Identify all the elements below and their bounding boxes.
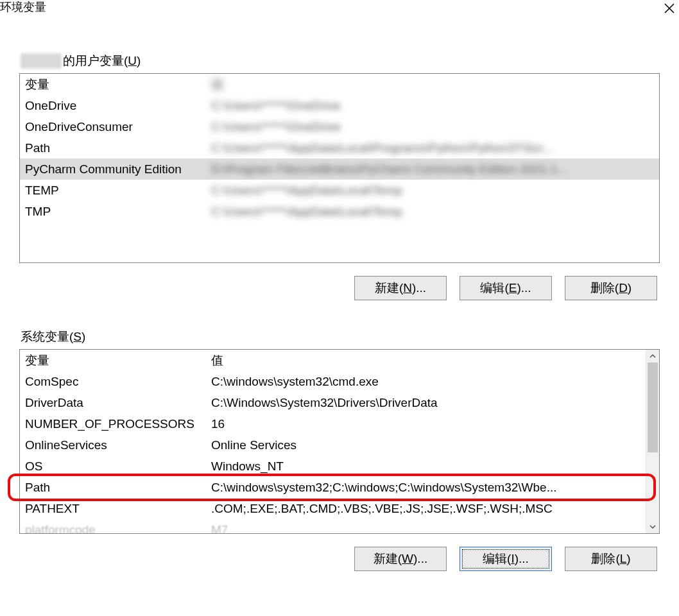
table-row[interactable]: PyCharm Community EditionD:\Program File… [20, 158, 659, 180]
cell-value: C:\windows\system32;C:\windows;C:\window… [211, 481, 654, 495]
col-header-value-blurred: 值 [211, 76, 654, 93]
system-delete-button[interactable]: 删除(L) [565, 547, 657, 571]
table-row[interactable]: OnlineServicesOnline Services [20, 434, 659, 456]
table-row[interactable]: TEMPC:\Users\*****\AppData\Local\Temp [20, 180, 659, 201]
table-row[interactable]: OneDriveConsumerC:\Users\*****\OneDrive [20, 116, 659, 137]
cell-value: Online Services [211, 438, 654, 452]
cell-value: C:\Windows\System32\Drivers\DriverData [211, 396, 654, 410]
cell-variable: TEMP [25, 184, 211, 198]
col-header-value: 值 [211, 352, 654, 369]
cell-variable: ComSpec [25, 375, 211, 389]
username-blurred [21, 53, 62, 69]
user-vars-button-row: 新建(N)... 编辑(E)... 删除(D) [19, 276, 660, 300]
cell-variable: OneDrive [25, 99, 211, 113]
scrollbar-thumb[interactable] [648, 363, 658, 452]
cell-variable: NUMBER_OF_PROCESSORS [25, 417, 211, 431]
user-edit-button[interactable]: 编辑(E)... [460, 276, 552, 300]
system-vars-label: 系统变量(S) [21, 329, 660, 345]
cell-value: C:\Users\*****\OneDrive [211, 99, 654, 113]
scroll-up-icon[interactable] [646, 350, 659, 363]
table-row[interactable]: DriverDataC:\Windows\System32\Drivers\Dr… [20, 392, 659, 413]
cell-value: C:\Users\*****\AppData\Local\Temp [211, 205, 654, 219]
table-row[interactable]: TMPC:\Users\*****\AppData\Local\Temp [20, 201, 659, 222]
cell-value: Windows_NT [211, 459, 654, 474]
table-row[interactable]: OSWindows_NT [20, 456, 659, 477]
table-row[interactable]: PathC:\Users\*****\AppData\Local\Program… [20, 137, 659, 158]
cell-variable: DriverData [25, 396, 211, 410]
col-header-variable: 变量 [25, 76, 211, 93]
system-vars-header: 变量 值 [20, 350, 659, 371]
table-row-partial: platformcodeM7 [20, 519, 659, 534]
cell-variable: OnlineServices [25, 438, 211, 452]
cell-variable: PATHEXT [25, 502, 211, 516]
scrollbar-track[interactable] [646, 363, 659, 520]
cell-variable: OS [25, 459, 211, 474]
table-row[interactable]: PATHEXT.COM;.EXE;.BAT;.CMD;.VBS;.VBE;.JS… [20, 498, 659, 519]
cell-value: C:\Users\*****\AppData\Local\Programs\Py… [211, 141, 654, 155]
table-row[interactable]: NUMBER_OF_PROCESSORS16 [20, 413, 659, 434]
table-row[interactable]: ComSpecC:\windows\system32\cmd.exe [20, 371, 659, 392]
table-row[interactable]: PathC:\windows\system32;C:\windows;C:\wi… [20, 477, 659, 498]
system-new-button[interactable]: 新建(W)... [354, 547, 447, 571]
window-title: 环境变量 [0, 0, 46, 14]
cell-variable: Path [25, 141, 211, 155]
user-vars-label: 的用户变量(U) [21, 53, 660, 69]
user-vars-listbox[interactable]: 变量 值 OneDriveC:\Users\*****\OneDriveOneD… [19, 73, 660, 263]
table-row[interactable]: OneDriveC:\Users\*****\OneDrive [20, 95, 659, 116]
close-icon[interactable] [664, 0, 675, 15]
user-new-button[interactable]: 新建(N)... [354, 276, 447, 300]
cell-value: .COM;.EXE;.BAT;.CMD;.VBS;.VBE;.JS;.JSE;.… [211, 502, 654, 516]
user-delete-button[interactable]: 删除(D) [565, 276, 657, 300]
cell-value: C:\windows\system32\cmd.exe [211, 375, 654, 389]
cell-value: D:\Program Files\JetBrains\PyCharm Commu… [211, 162, 654, 176]
cell-variable: Path [25, 481, 211, 495]
col-header-variable: 变量 [25, 352, 211, 369]
system-vars-listbox[interactable]: 变量 值 ComSpecC:\windows\system32\cmd.exeD… [19, 349, 660, 534]
cell-value: C:\Users\*****\OneDrive [211, 120, 654, 134]
cell-value: 16 [211, 417, 654, 431]
system-vars-button-row: 新建(W)... 编辑(I)... 删除(L) [19, 547, 660, 571]
cell-variable: PyCharm Community Edition [25, 162, 211, 176]
cell-value: C:\Users\*****\AppData\Local\Temp [211, 184, 654, 198]
cell-variable: OneDriveConsumer [25, 120, 211, 134]
user-vars-header: 变量 值 [20, 74, 659, 95]
cell-variable: TMP [25, 205, 211, 219]
scrollbar[interactable] [646, 350, 659, 533]
system-edit-button[interactable]: 编辑(I)... [460, 547, 552, 571]
